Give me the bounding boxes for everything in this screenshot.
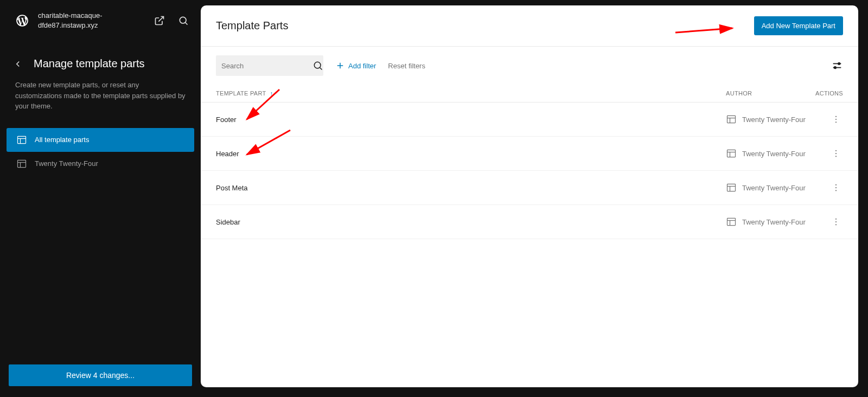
nav-item-twenty-twenty-four[interactable]: Twenty Twenty-Four xyxy=(7,152,194,176)
svg-rect-2 xyxy=(18,136,26,143)
column-header-template-part[interactable]: Template Part ↑ xyxy=(216,90,726,97)
svg-point-19 xyxy=(835,116,837,117)
add-filter-label: Add filter xyxy=(348,62,376,70)
search-icon[interactable] xyxy=(312,60,323,71)
template-part-author: Twenty Twenty-Four xyxy=(726,216,813,227)
table-row[interactable]: Header Twenty Twenty-Four xyxy=(201,137,858,171)
svg-point-20 xyxy=(835,119,837,120)
svg-rect-22 xyxy=(727,150,736,157)
row-actions xyxy=(813,112,843,126)
more-actions-icon[interactable] xyxy=(829,146,843,161)
svg-point-15 xyxy=(834,67,837,69)
main: Template Parts Add New Template Part Add… xyxy=(201,0,868,397)
svg-point-21 xyxy=(835,121,837,123)
sort-ascending-icon: ↑ xyxy=(270,90,273,97)
add-new-template-part-button[interactable]: Add New Template Part xyxy=(754,16,843,35)
layout-icon xyxy=(16,135,27,145)
theme-icon xyxy=(726,216,737,227)
table: Template Part ↑ Author Actions Footer Tw… xyxy=(201,85,858,387)
search-box[interactable] xyxy=(216,55,323,76)
svg-point-33 xyxy=(835,190,837,191)
svg-point-32 xyxy=(835,187,837,188)
svg-line-1 xyxy=(186,23,188,25)
sidebar-header: charitable-macaque-dfde87.instawp.xyz xyxy=(0,0,201,41)
svg-point-37 xyxy=(835,219,837,220)
column-header-author[interactable]: Author xyxy=(726,90,813,97)
template-part-author: Twenty Twenty-Four xyxy=(726,148,813,159)
search-input[interactable] xyxy=(221,62,312,70)
svg-line-9 xyxy=(320,68,322,70)
svg-rect-28 xyxy=(727,184,736,191)
row-actions xyxy=(813,146,843,161)
more-actions-icon[interactable] xyxy=(829,215,843,229)
nav-item-all-template-parts[interactable]: All template parts xyxy=(7,128,194,152)
template-part-author: Twenty Twenty-Four xyxy=(726,114,813,125)
plus-icon xyxy=(335,61,345,71)
svg-point-38 xyxy=(835,221,837,222)
template-part-author: Twenty Twenty-Four xyxy=(726,182,813,193)
view-options-icon[interactable] xyxy=(831,60,843,72)
template-part-name[interactable]: Footer xyxy=(216,116,726,124)
page-title: Manage template parts xyxy=(34,57,145,70)
template-part-name[interactable]: Post Meta xyxy=(216,184,726,192)
theme-icon xyxy=(726,114,737,125)
theme-icon xyxy=(726,148,737,159)
toolbar: Add filter Reset filters xyxy=(201,47,858,85)
svg-point-27 xyxy=(835,156,837,157)
svg-point-8 xyxy=(314,62,321,68)
back-chevron-icon[interactable] xyxy=(13,59,23,69)
table-header: Template Part ↑ Author Actions xyxy=(201,85,858,103)
layout-icon xyxy=(16,158,27,169)
panel-header: Template Parts Add New Template Part xyxy=(201,5,858,47)
more-actions-icon[interactable] xyxy=(829,112,843,126)
template-part-name[interactable]: Header xyxy=(216,150,726,158)
sidebar: charitable-macaque-dfde87.instawp.xyz Ma… xyxy=(0,0,201,397)
svg-point-13 xyxy=(838,63,840,65)
review-changes-button[interactable]: Review 4 changes... xyxy=(9,364,192,386)
theme-icon xyxy=(726,182,737,193)
template-part-name[interactable]: Sidebar xyxy=(216,218,726,226)
more-actions-icon[interactable] xyxy=(829,181,843,195)
svg-point-31 xyxy=(835,184,837,185)
svg-rect-16 xyxy=(727,116,736,123)
add-filter-button[interactable]: Add filter xyxy=(335,61,376,71)
svg-point-39 xyxy=(835,224,837,225)
row-actions xyxy=(813,215,843,229)
row-actions xyxy=(813,181,843,195)
svg-point-26 xyxy=(835,153,837,154)
review-bar: Review 4 changes... xyxy=(0,364,201,397)
wordpress-logo-icon[interactable] xyxy=(15,14,29,28)
page-description: Create new template parts, or reset any … xyxy=(0,80,201,128)
external-link-icon[interactable] xyxy=(153,14,166,27)
table-row[interactable]: Footer Twenty Twenty-Four xyxy=(201,103,858,137)
panel: Template Parts Add New Template Part Add… xyxy=(201,5,858,387)
svg-rect-34 xyxy=(727,218,736,225)
table-row[interactable]: Post Meta Twenty Twenty-Four xyxy=(201,171,858,205)
svg-point-25 xyxy=(835,150,837,151)
svg-rect-5 xyxy=(18,160,26,167)
column-header-actions: Actions xyxy=(813,90,843,97)
reset-filters-button[interactable]: Reset filters xyxy=(388,62,425,70)
table-row[interactable]: Sidebar Twenty Twenty-Four xyxy=(201,205,858,239)
nav-item-label: All template parts xyxy=(35,136,89,144)
page-title-row: Manage template parts xyxy=(0,41,201,80)
search-icon[interactable] xyxy=(177,14,190,27)
nav-item-label: Twenty Twenty-Four xyxy=(35,159,98,168)
panel-title: Template Parts xyxy=(216,20,288,32)
svg-point-0 xyxy=(180,17,186,24)
nav-list: All template parts Twenty Twenty-Four xyxy=(0,128,201,176)
site-name[interactable]: charitable-macaque-dfde87.instawp.xyz xyxy=(38,11,144,30)
